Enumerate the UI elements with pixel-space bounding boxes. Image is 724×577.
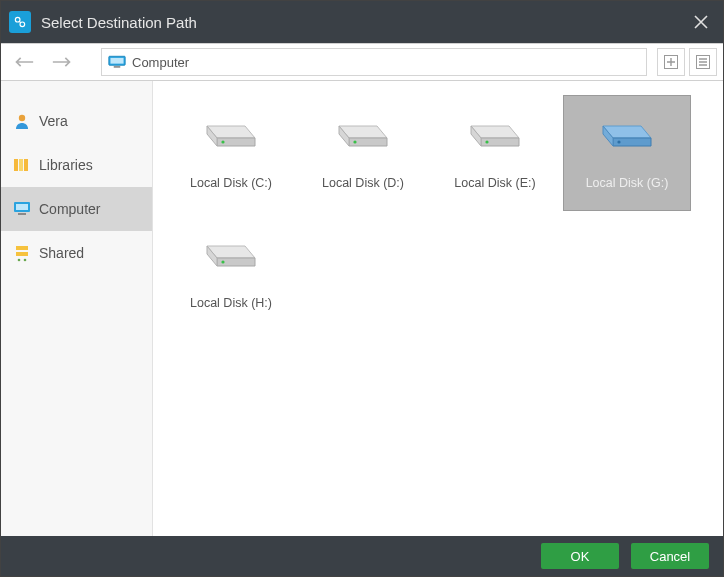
drive-label: Local Disk (E:) [454, 176, 535, 190]
back-button[interactable] [7, 48, 41, 76]
svg-rect-9 [19, 159, 23, 171]
computer-icon [13, 200, 31, 218]
svg-rect-3 [110, 58, 123, 64]
drive-item[interactable]: Local Disk (C:) [167, 95, 295, 211]
arrow-right-icon [52, 55, 72, 69]
window-title: Select Destination Path [41, 14, 197, 31]
svg-point-21 [221, 140, 224, 143]
svg-rect-4 [114, 66, 121, 68]
svg-point-37 [221, 260, 224, 263]
svg-point-17 [24, 259, 27, 262]
drive-item[interactable]: Local Disk (E:) [431, 95, 559, 211]
sidebar-item-libraries[interactable]: Libraries [1, 143, 152, 187]
svg-point-33 [617, 140, 620, 143]
cancel-button[interactable]: Cancel [631, 543, 709, 569]
sidebar-item-user[interactable]: Vera [1, 99, 152, 143]
svg-rect-8 [14, 159, 18, 171]
drive-label: Local Disk (G:) [586, 176, 669, 190]
svg-rect-15 [16, 252, 28, 256]
drive-label: Local Disk (H:) [190, 296, 272, 310]
close-button[interactable] [679, 1, 723, 43]
main-panel: Local Disk (C:) Local Disk (D:) Local Di… [153, 81, 723, 536]
drive-label: Local Disk (C:) [190, 176, 272, 190]
libraries-icon [13, 156, 31, 174]
arrow-left-icon [14, 55, 34, 69]
drive-grid: Local Disk (C:) Local Disk (D:) Local Di… [167, 95, 709, 335]
svg-point-25 [353, 140, 356, 143]
dialog-window: Select Destination Path Computer [1, 1, 723, 576]
disk-icon [201, 222, 261, 278]
drive-item[interactable]: Local Disk (D:) [299, 95, 427, 211]
disk-icon [333, 102, 393, 158]
forward-button[interactable] [45, 48, 79, 76]
user-icon [13, 112, 31, 130]
svg-point-29 [485, 140, 488, 143]
new-folder-button[interactable] [657, 48, 685, 76]
svg-rect-10 [24, 159, 28, 171]
svg-point-16 [18, 259, 21, 262]
plus-icon [664, 55, 678, 69]
view-list-button[interactable] [689, 48, 717, 76]
sidebar-item-shared[interactable]: Shared [1, 231, 152, 275]
disk-icon [597, 102, 657, 158]
dialog-footer: OK Cancel [1, 536, 723, 576]
svg-point-7 [19, 115, 25, 121]
computer-icon [108, 55, 126, 69]
close-icon [694, 15, 708, 29]
svg-rect-12 [16, 204, 28, 210]
svg-rect-13 [18, 213, 26, 215]
sidebar-item-computer[interactable]: Computer [1, 187, 152, 231]
shared-icon [13, 244, 31, 262]
sidebar: Vera Libraries Computer Shared [1, 81, 153, 536]
dialog-body: Vera Libraries Computer Shared [1, 81, 723, 536]
svg-point-1 [20, 22, 25, 27]
disk-icon [465, 102, 525, 158]
drive-item[interactable]: Local Disk (H:) [167, 215, 295, 331]
location-label: Computer [132, 55, 189, 70]
title-bar: Select Destination Path [1, 1, 723, 43]
ok-button[interactable]: OK [541, 543, 619, 569]
navigation-bar: Computer [1, 43, 723, 81]
sidebar-item-label: Vera [39, 113, 68, 129]
drive-label: Local Disk (D:) [322, 176, 404, 190]
sidebar-item-label: Shared [39, 245, 84, 261]
list-icon [696, 55, 710, 69]
disk-icon [201, 102, 261, 158]
sidebar-item-label: Libraries [39, 157, 93, 173]
svg-point-0 [15, 17, 20, 22]
svg-rect-14 [16, 246, 28, 250]
drive-item[interactable]: Local Disk (G:) [563, 95, 691, 211]
sidebar-item-label: Computer [39, 201, 100, 217]
app-icon [9, 11, 31, 33]
location-breadcrumb[interactable]: Computer [101, 48, 647, 76]
